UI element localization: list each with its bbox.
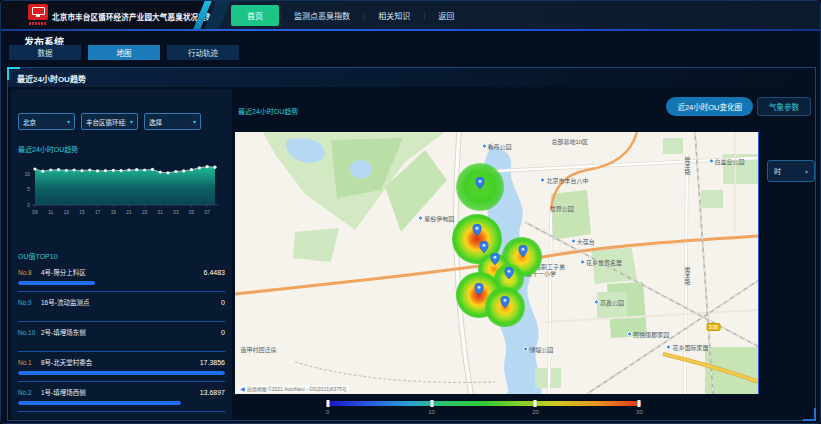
top-nav: 首页|监测点恶臭指数|相关知识|返回 bbox=[231, 1, 467, 29]
top-list-item[interactable]: No.84号-筛分上料区6.4483 bbox=[18, 262, 225, 292]
top-list-value: 17.3856 bbox=[200, 359, 225, 366]
point-select[interactable]: 选择▾ bbox=[144, 113, 201, 130]
top-list: No.84号-筛分上料区6.4483No.916号-流动监测点0No.102号-… bbox=[18, 262, 225, 412]
point-select-value: 选择 bbox=[149, 117, 162, 127]
top-list-value: 0 bbox=[221, 299, 225, 306]
app-header: 北京市丰台区循环经济产业园大气恶臭状况实时 首页|监测点恶臭指数|相关知识|返回 bbox=[1, 1, 820, 29]
top-list-item[interactable]: No.18号-北天堂村委会17.3856 bbox=[18, 352, 225, 382]
map-place-label: S36 bbox=[706, 323, 721, 331]
map-pin-icon[interactable] bbox=[504, 265, 513, 277]
nav-tab-1[interactable]: 首页 bbox=[231, 5, 279, 26]
poi-icon bbox=[709, 158, 714, 163]
map-pin-icon[interactable] bbox=[518, 243, 527, 255]
mode-button-1[interactable]: 数据 bbox=[9, 45, 81, 60]
scale-tick-marker bbox=[326, 400, 329, 407]
mode-button-2[interactable]: 地图 bbox=[88, 45, 160, 60]
top-list-item-head: No.102号-填埋场东侧0 bbox=[18, 327, 225, 337]
top-list-bar-fill bbox=[18, 281, 95, 285]
panel-corner-accent-tl bbox=[7, 67, 20, 80]
trend-chart-label: 最近24小时OU趋势 bbox=[18, 144, 78, 154]
poi-icon bbox=[571, 238, 576, 243]
heat-scale-labels: 0102030 bbox=[326, 409, 641, 417]
map-place-label: 绿堤公园 bbox=[523, 345, 553, 354]
poi-icon bbox=[540, 178, 545, 183]
svg-text:13: 13 bbox=[64, 210, 70, 215]
map-button-2[interactable]: 气象参数 bbox=[757, 97, 811, 116]
heat-scale-bar bbox=[326, 401, 641, 406]
scale-tick-marker bbox=[638, 400, 641, 407]
chevron-down-icon: ▾ bbox=[130, 118, 133, 125]
map-place-label: 看丹公园 bbox=[481, 142, 511, 151]
sidebar: 北京▾丰台区循环经济产▾选择▾ 最近24小时OU趋势 0510091113151… bbox=[11, 89, 232, 419]
map-button-1[interactable]: 近24小时OU变化图 bbox=[666, 97, 753, 116]
chevron-down-icon: ▾ bbox=[805, 168, 808, 175]
panel-title: 最近24小时OU趋势 bbox=[17, 73, 86, 84]
time-unit-select[interactable]: 时 ▾ bbox=[767, 160, 815, 182]
top-list-bar-fill bbox=[18, 371, 225, 375]
map-place-label: 熙悦康郡家园 bbox=[627, 329, 669, 338]
top-list-rank: No.10 bbox=[18, 329, 37, 336]
map-buttons: 近24小时OU变化图气象参数 bbox=[666, 97, 811, 116]
map-pin-icon[interactable] bbox=[491, 251, 500, 263]
city-select-value: 北京 bbox=[23, 117, 36, 127]
top-list-item[interactable]: No.21号-填埋场西侧13.6897 bbox=[18, 382, 225, 412]
nav-tab-2[interactable]: 监测点恶臭指数 bbox=[281, 5, 363, 26]
panel-header: 最近24小时OU趋势 bbox=[8, 68, 815, 87]
app-logo-caption bbox=[29, 22, 47, 25]
map-pin-icon[interactable] bbox=[501, 294, 510, 306]
top-list-rank: No.2 bbox=[18, 389, 37, 396]
svg-text:01: 01 bbox=[158, 210, 164, 215]
map-pin-icon[interactable] bbox=[472, 222, 481, 234]
scale-tick-marker bbox=[430, 400, 433, 407]
trend-chart-svg: 0510091113151719212301030507 bbox=[19, 157, 225, 221]
park-select[interactable]: 丰台区循环经济产▾ bbox=[81, 113, 138, 130]
map-place-label: 北京市丰台八中 bbox=[540, 176, 588, 185]
city-select[interactable]: 北京▾ bbox=[18, 113, 75, 130]
map-attribution: ◀ 高德地图 ©2021 AutoNavi - GS(2021)6375号 bbox=[238, 385, 349, 392]
svg-text:05: 05 bbox=[189, 210, 195, 215]
nav-tab-4[interactable]: 返回 bbox=[425, 5, 467, 26]
map-place-label: 造甲村回迁房 bbox=[241, 345, 277, 354]
top-list-title: OU值TOP10 bbox=[18, 251, 58, 261]
map-pin-icon[interactable] bbox=[480, 239, 489, 251]
svg-text:10: 10 bbox=[25, 172, 31, 177]
map-pin-icon[interactable] bbox=[474, 281, 483, 293]
svg-text:23: 23 bbox=[142, 210, 148, 215]
scale-tick-label: 30 bbox=[636, 409, 643, 415]
map[interactable]: 总部基地10区看丹公园白盆窑公园北京市丰台八中世界公园紫谷伊甸园大葆台花乡世界名… bbox=[235, 132, 759, 394]
map-place-label: 总部基地10区 bbox=[551, 137, 588, 146]
svg-text:5: 5 bbox=[27, 187, 30, 192]
map-place-label: 花乡国际家居 bbox=[666, 342, 708, 351]
screen: 北京市丰台区循环经济产业园大气恶臭状况实时 首页|监测点恶臭指数|相关知识|返回… bbox=[0, 0, 821, 424]
map-place-label: 樊羊路 bbox=[683, 157, 692, 175]
top-list-item-head: No.916号-流动监测点0 bbox=[18, 297, 225, 307]
top-list-item[interactable]: No.916号-流动监测点0 bbox=[18, 292, 225, 322]
svg-text:21: 21 bbox=[126, 210, 132, 215]
top-list-rank: No.8 bbox=[18, 269, 37, 276]
map-place-label: 大葆台 bbox=[571, 236, 595, 245]
top-list-value: 13.6897 bbox=[200, 389, 225, 396]
top-list-name: 8号-北天堂村委会 bbox=[41, 357, 196, 367]
map-place-label: 紫谷伊甸园 bbox=[418, 214, 454, 223]
park-select-value: 丰台区循环经济产 bbox=[86, 117, 126, 127]
time-unit-value: 时 bbox=[774, 166, 781, 176]
poi-icon bbox=[418, 216, 423, 221]
header-divider bbox=[1, 29, 820, 31]
nav-tab-3[interactable]: 相关知识 bbox=[365, 5, 423, 26]
map-pin-icon[interactable] bbox=[475, 175, 484, 187]
top-list-name: 16号-流动监测点 bbox=[41, 297, 217, 307]
svg-text:03: 03 bbox=[173, 210, 179, 215]
svg-text:19: 19 bbox=[111, 210, 117, 215]
svg-text:15: 15 bbox=[79, 210, 85, 215]
map-place-label: 高鑫公园 bbox=[594, 298, 624, 307]
top-list-item[interactable]: No.102号-填埋场东侧0 bbox=[18, 322, 225, 352]
top-list-name: 4号-筛分上料区 bbox=[41, 267, 200, 277]
mode-button-3[interactable]: 行动轨迹 bbox=[167, 45, 239, 60]
poi-icon bbox=[627, 331, 632, 336]
autonavi-logo-icon: ◀ bbox=[240, 385, 245, 392]
top-list-bar-fill bbox=[18, 401, 181, 405]
chevron-down-icon: ▾ bbox=[67, 118, 70, 125]
scale-tick-label: 10 bbox=[428, 409, 435, 415]
poi-icon bbox=[481, 144, 486, 149]
map-place-label: 白盆窑公园 bbox=[709, 156, 745, 165]
